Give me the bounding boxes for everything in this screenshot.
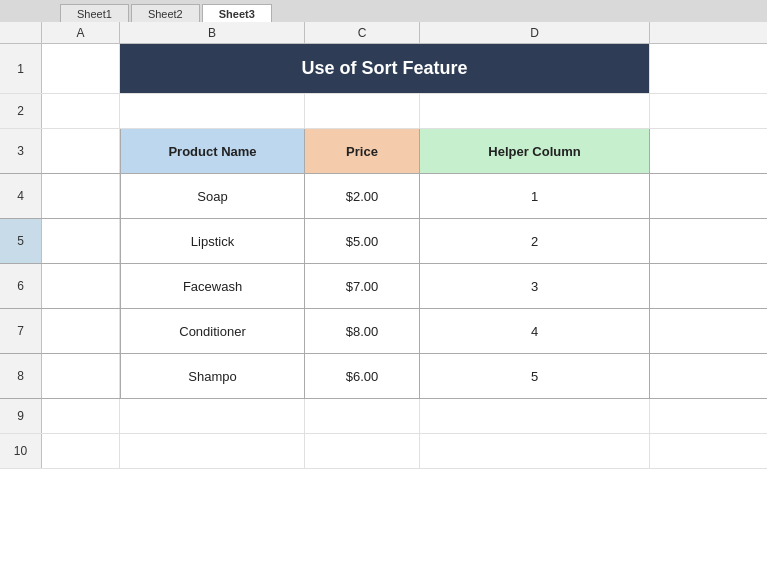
cell-c8[interactable]: $6.00 (305, 354, 420, 398)
col-header-a: A (42, 22, 120, 43)
cell-b6[interactable]: Facewash (120, 264, 305, 308)
cell-a3[interactable] (42, 129, 120, 173)
price-4: $6.00 (346, 369, 379, 384)
cell-d4[interactable]: 1 (420, 174, 650, 218)
col-header-c: C (305, 22, 420, 43)
row-num-7: 7 (0, 309, 42, 353)
cell-a9[interactable] (42, 399, 120, 433)
spreadsheet-wrapper: Sheet1 Sheet2 Sheet3 A B C D 1 Use of So… (0, 0, 767, 573)
helper-1: 2 (531, 234, 538, 249)
row-num-4: 4 (0, 174, 42, 218)
row-num-1: 1 (0, 44, 42, 93)
header-price: Price (305, 129, 420, 173)
product-header-label: Product Name (168, 144, 256, 159)
row-num-3: 3 (0, 129, 42, 173)
product-2: Facewash (183, 279, 242, 294)
price-3: $8.00 (346, 324, 379, 339)
corner-header (0, 22, 42, 43)
row-4: 4 Soap $2.00 1 (0, 174, 767, 219)
row-8: 8 Shampo $6.00 5 (0, 354, 767, 399)
row-5: 5 Lipstick $5.00 2 (0, 219, 767, 264)
cell-c10[interactable] (305, 434, 420, 468)
row-10: 10 (0, 434, 767, 469)
helper-3: 4 (531, 324, 538, 339)
cell-d7[interactable]: 4 (420, 309, 650, 353)
price-header-label: Price (346, 144, 378, 159)
spreadsheet: A B C D 1 Use of Sort Feature 2 (0, 22, 767, 573)
cell-c6[interactable]: $7.00 (305, 264, 420, 308)
row-1: 1 Use of Sort Feature (0, 44, 767, 94)
cell-a5[interactable] (42, 219, 120, 263)
price-2: $7.00 (346, 279, 379, 294)
helper-0: 1 (531, 189, 538, 204)
column-headers: A B C D (0, 22, 767, 44)
row-num-9: 9 (0, 399, 42, 433)
helper-header-label: Helper Column (488, 144, 580, 159)
row-2: 2 (0, 94, 767, 129)
product-4: Shampo (188, 369, 236, 384)
cell-d6[interactable]: 3 (420, 264, 650, 308)
product-3: Conditioner (179, 324, 246, 339)
cell-d10[interactable] (420, 434, 650, 468)
cell-a2[interactable] (42, 94, 120, 128)
helper-4: 5 (531, 369, 538, 384)
cell-c9[interactable] (305, 399, 420, 433)
tab-sheet2[interactable]: Sheet2 (131, 4, 200, 22)
row-num-6: 6 (0, 264, 42, 308)
cell-a7[interactable] (42, 309, 120, 353)
row-3-header: 3 Product Name Price Helper Column (0, 129, 767, 174)
tab-bar: Sheet1 Sheet2 Sheet3 (0, 0, 767, 22)
grid: 1 Use of Sort Feature 2 3 Product Name (0, 44, 767, 573)
tab-sheet1[interactable]: Sheet1 (60, 4, 129, 22)
cell-d8[interactable]: 5 (420, 354, 650, 398)
cell-a4[interactable] (42, 174, 120, 218)
tab-sheet3[interactable]: Sheet3 (202, 4, 272, 22)
cell-b9[interactable] (120, 399, 305, 433)
row-6: 6 Facewash $7.00 3 (0, 264, 767, 309)
row-num-2: 2 (0, 94, 42, 128)
cell-a10[interactable] (42, 434, 120, 468)
cell-d2[interactable] (420, 94, 650, 128)
cell-a8[interactable] (42, 354, 120, 398)
cell-b4[interactable]: Soap (120, 174, 305, 218)
row-7: 7 Conditioner $8.00 4 (0, 309, 767, 354)
col-header-b: B (120, 22, 305, 43)
product-1: Lipstick (191, 234, 234, 249)
cell-d9[interactable] (420, 399, 650, 433)
price-1: $5.00 (346, 234, 379, 249)
cell-a6[interactable] (42, 264, 120, 308)
cell-a1[interactable] (42, 44, 120, 93)
cell-b2[interactable] (120, 94, 305, 128)
cell-b8[interactable]: Shampo (120, 354, 305, 398)
cell-c2[interactable] (305, 94, 420, 128)
price-0: $2.00 (346, 189, 379, 204)
header-product: Product Name (120, 129, 305, 173)
row-num-5: 5 (0, 219, 42, 263)
cell-d5[interactable]: 2 (420, 219, 650, 263)
title-cell: Use of Sort Feature (120, 44, 650, 93)
row-num-8: 8 (0, 354, 42, 398)
cell-b5[interactable]: Lipstick (120, 219, 305, 263)
col-header-d: D (420, 22, 650, 43)
row-9: 9 (0, 399, 767, 434)
row-num-10: 10 (0, 434, 42, 468)
product-0: Soap (197, 189, 227, 204)
cell-c4[interactable]: $2.00 (305, 174, 420, 218)
helper-2: 3 (531, 279, 538, 294)
header-helper: Helper Column (420, 129, 650, 173)
spreadsheet-title: Use of Sort Feature (301, 58, 467, 79)
cell-c7[interactable]: $8.00 (305, 309, 420, 353)
cell-b7[interactable]: Conditioner (120, 309, 305, 353)
cell-b10[interactable] (120, 434, 305, 468)
cell-c5[interactable]: $5.00 (305, 219, 420, 263)
